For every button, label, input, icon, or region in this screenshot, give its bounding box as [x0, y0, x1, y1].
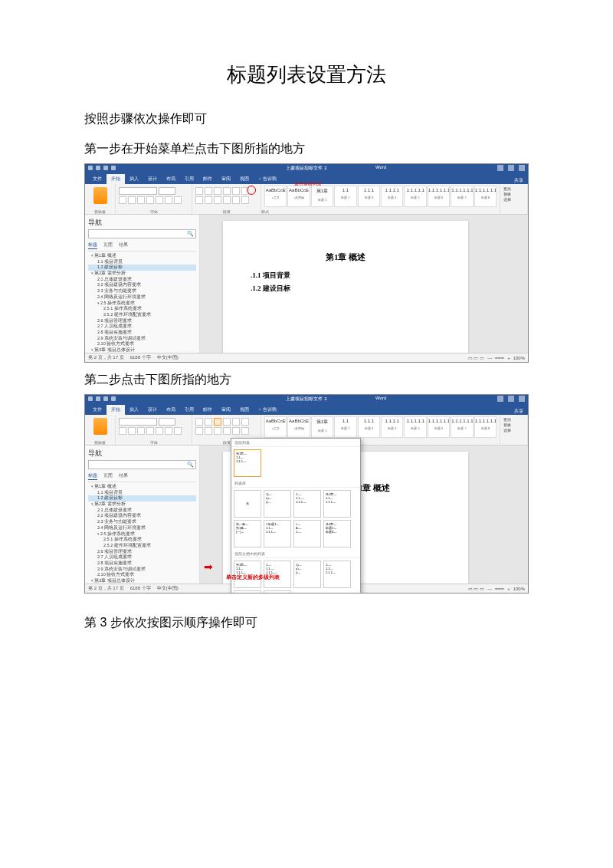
- select-button[interactable]: 选择: [503, 428, 524, 432]
- tab-home[interactable]: 开始: [107, 405, 125, 415]
- style-card[interactable]: 第1章标题 1: [311, 186, 333, 207]
- window-controls[interactable]: [497, 396, 525, 402]
- nav-item[interactable]: 2.6 项目管理要求: [88, 318, 196, 324]
- style-card[interactable]: 1.1.1.1.1.1.1.1标题 8: [474, 416, 497, 438]
- multilevel-list-button[interactable]: [214, 418, 221, 426]
- page-sheet[interactable]: 第1章 概述 .1.1 项目背景 .1.2 建设目标: [223, 221, 468, 359]
- nav-item[interactable]: 2.4 网络及运行环境要求: [88, 525, 196, 531]
- nav-search-input[interactable]: 🔍: [88, 229, 196, 238]
- nav-tab-pages[interactable]: 页面: [103, 472, 113, 480]
- nav-tab-headings[interactable]: 标题: [88, 242, 97, 249]
- nav-item[interactable]: 2.5.2 硬件环境配置要求: [88, 312, 196, 318]
- nav-item[interactable]: 2.10 验收方式要求: [88, 572, 196, 578]
- style-card[interactable]: AaBbCcE+正文: [264, 416, 287, 438]
- nav-item[interactable]: 1.2 建设目标: [88, 265, 196, 271]
- nav-search-input[interactable]: 🔍: [88, 460, 196, 469]
- status-zoom[interactable]: 100%: [513, 587, 525, 591]
- tab-file[interactable]: 文件: [88, 405, 107, 415]
- tab-mail[interactable]: 邮件: [198, 405, 217, 415]
- ml-thumb[interactable]: 一.—(一)—1.—: [234, 590, 261, 593]
- share-button[interactable]: 共享: [514, 408, 528, 415]
- style-card[interactable]: 1.1标题 2: [334, 416, 356, 438]
- nav-item[interactable]: 第3章 项目总体设计: [88, 578, 196, 584]
- find-button[interactable]: 查找: [503, 186, 524, 191]
- find-button[interactable]: 查找: [503, 417, 524, 422]
- nav-item[interactable]: 2.6 项目管理要求: [88, 549, 196, 555]
- window-controls[interactable]: [497, 165, 525, 171]
- ml-thumb[interactable]: 1.—1.1—1.1.1—: [323, 561, 351, 588]
- nav-item[interactable]: 第1章 概述: [88, 253, 196, 259]
- replace-button[interactable]: 替换: [503, 422, 524, 427]
- nav-item[interactable]: 2.8 项目实施要求: [88, 330, 196, 336]
- style-card[interactable]: 1.1.1.1.1标题 5: [404, 186, 426, 207]
- tab-design[interactable]: 设计: [143, 174, 162, 184]
- nav-item[interactable]: 2.3 业务与功能要求: [88, 519, 196, 525]
- tab-tell[interactable]: ♀ 告诉我: [254, 405, 281, 415]
- style-card[interactable]: 1.1.1.1.1.1.1.1标题 8: [474, 186, 497, 207]
- style-card[interactable]: 1.1.1.1.1标题 5: [404, 416, 426, 438]
- style-card[interactable]: 1.1.1.1.1.1.1标题 7: [451, 186, 473, 207]
- style-card[interactable]: 1.1.1.1.1.1标题 6: [428, 186, 450, 207]
- style-card[interactable]: 1.1.1.1标题 4: [381, 186, 403, 207]
- replace-button[interactable]: 替换: [503, 192, 524, 196]
- ml-thumb[interactable]: I.—A.—1.—: [293, 520, 321, 547]
- nav-item[interactable]: 2.7 人员组成要求: [88, 324, 196, 330]
- multilevel-list-button[interactable]: [214, 187, 221, 195]
- nav-item[interactable]: 2.8 项目实施要求: [88, 561, 196, 567]
- nav-tab-headings[interactable]: 标题: [88, 472, 97, 480]
- style-card[interactable]: AaBbCcE+无间隔: [287, 186, 310, 207]
- tab-insert[interactable]: 插入: [125, 174, 143, 184]
- nav-item[interactable]: 2.3 业务与功能要求: [88, 288, 196, 294]
- ml-thumb[interactable]: 1 标题1—1.1—1.1.1—: [264, 520, 291, 547]
- style-card[interactable]: 1.1.1.1.1.1.1标题 7: [451, 416, 473, 438]
- share-button[interactable]: 共享: [514, 177, 528, 184]
- nav-item[interactable]: 2.2 项目建设内容要求: [88, 282, 196, 288]
- ml-thumb-none[interactable]: 无: [234, 490, 261, 518]
- nav-item[interactable]: 2.7 人员组成要求: [88, 554, 196, 561]
- nav-item[interactable]: 1.2 建设目标: [88, 495, 196, 501]
- paste-icon[interactable]: [93, 418, 107, 435]
- style-card[interactable]: 1.1.1标题 3: [358, 186, 380, 207]
- view-buttons[interactable]: ▭ ▭ ▭: [468, 355, 484, 360]
- style-card[interactable]: 1.1标题 2: [334, 186, 356, 207]
- nav-tab-results[interactable]: 结果: [119, 242, 128, 249]
- tab-tell[interactable]: ♀ 告诉我: [254, 174, 281, 184]
- select-button[interactable]: 选择: [503, 197, 524, 202]
- nav-item[interactable]: 2.5.1 操作系统要求: [88, 306, 196, 312]
- ml-thumb[interactable]: 1)— a)— i)—: [264, 490, 291, 518]
- tab-refs[interactable]: 引用: [180, 174, 198, 184]
- tab-insert[interactable]: 插入: [125, 405, 143, 415]
- view-buttons[interactable]: ▭ ▭ ▭: [468, 586, 484, 591]
- nav-item[interactable]: 第2章 需求分析: [88, 501, 196, 508]
- paste-icon[interactable]: [93, 187, 107, 204]
- ml-thumb[interactable]: 1.—1.1.—1.1.1.—: [293, 490, 321, 518]
- ml-thumb[interactable]: 第一条—第1条—(一)—: [234, 520, 261, 547]
- ml-thumb-current[interactable]: 第1章—1.1—1.1.1—: [234, 449, 261, 477]
- nav-tab-pages[interactable]: 页面: [103, 242, 113, 249]
- style-card[interactable]: 1.1.1标题 3: [358, 416, 380, 438]
- tab-view[interactable]: 视图: [235, 174, 254, 184]
- tab-layout[interactable]: 布局: [162, 174, 180, 184]
- tab-design[interactable]: 设计: [143, 405, 162, 415]
- nav-item[interactable]: 2.4 网络及运行环境要求: [88, 294, 196, 301]
- nav-item[interactable]: 第1章 概述: [88, 484, 196, 490]
- tab-review[interactable]: 审阅: [217, 405, 235, 415]
- tab-home[interactable]: 开始: [107, 174, 125, 184]
- nav-item[interactable]: 2.5.1 操作系统要求: [88, 537, 196, 543]
- style-card[interactable]: AaBbCcE+正文: [264, 186, 287, 207]
- tab-view[interactable]: 视图: [235, 405, 254, 415]
- style-card[interactable]: 1.1.1.1.1.1标题 6: [428, 416, 450, 438]
- status-zoom[interactable]: 100%: [513, 356, 525, 360]
- tab-file[interactable]: 文件: [88, 174, 107, 184]
- nav-item[interactable]: 第3章 项目总体设计: [88, 347, 196, 353]
- ml-thumb[interactable]: 第1章—1.1—1.1.1—: [323, 490, 351, 518]
- tab-layout[interactable]: 布局: [162, 405, 180, 415]
- nav-item[interactable]: 2.10 验收方式要求: [88, 341, 196, 347]
- nav-item[interactable]: 第2章 需求分析: [88, 271, 196, 277]
- nav-tab-results[interactable]: 结果: [119, 472, 128, 480]
- nav-item[interactable]: 1.1 项目背景: [88, 490, 196, 496]
- style-card[interactable]: AaBbCcE+无间隔: [287, 416, 310, 438]
- tab-mail[interactable]: 邮件: [198, 174, 217, 184]
- nav-item[interactable]: 1.1 项目背景: [88, 259, 196, 265]
- tab-refs[interactable]: 引用: [180, 405, 198, 415]
